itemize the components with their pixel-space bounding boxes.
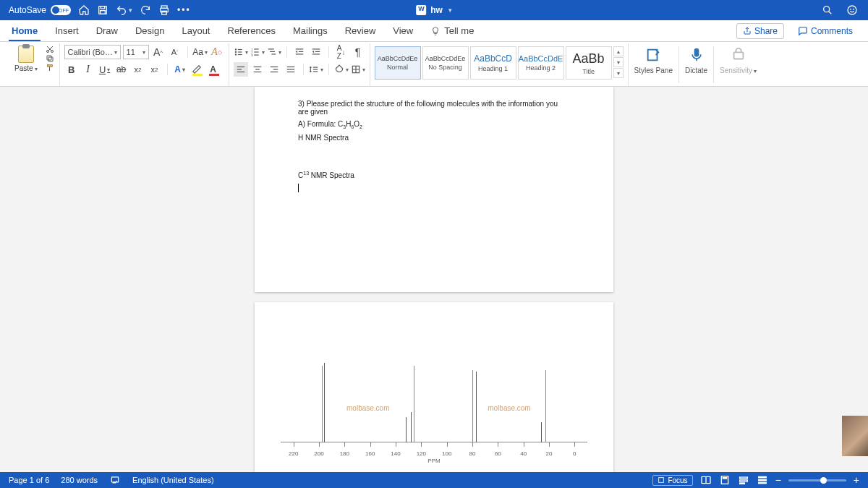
print-layout-icon[interactable]	[719, 474, 731, 486]
smiley-icon[interactable]	[846, 4, 858, 16]
decrease-indent-button[interactable]	[292, 45, 307, 59]
tab-design[interactable]: Design	[127, 20, 173, 41]
tab-draw[interactable]: Draw	[88, 20, 127, 41]
tab-references[interactable]: References	[219, 20, 284, 41]
svg-rect-16	[237, 49, 242, 50]
status-words[interactable]: 280 words	[61, 476, 98, 484]
svg-rect-61	[739, 480, 747, 481]
svg-rect-50	[312, 71, 317, 72]
zoom-out-button[interactable]: −	[775, 474, 781, 486]
style-heading-1[interactable]: AaBbCcDHeading 1	[470, 46, 516, 80]
superscript-button[interactable]: x2	[148, 62, 162, 77]
tab-view[interactable]: View	[384, 20, 422, 41]
borders-button[interactable]	[351, 62, 365, 77]
zoom-in-button[interactable]: +	[854, 474, 859, 486]
title-bar: AutoSave OFF ▾ ••• hw ▾	[0, 0, 868, 20]
svg-rect-28	[270, 51, 275, 52]
font-color-button[interactable]: A	[206, 62, 221, 77]
page-1[interactable]: 3) Please predict the structure of the f…	[255, 87, 613, 292]
shrink-font-icon[interactable]: Aˇ	[168, 45, 182, 59]
picture-in-picture[interactable]	[842, 416, 868, 456]
show-marks-button[interactable]: ¶	[351, 45, 365, 59]
dictate-button[interactable]: Dictate	[679, 43, 713, 86]
subscript-button[interactable]: x2	[131, 62, 145, 77]
svg-rect-53	[694, 49, 698, 56]
group-font: Calibri (Bo…▾ 11▾ A^ Aˇ Aa A◇ B I U ab x…	[60, 43, 229, 86]
tab-review[interactable]: Review	[336, 20, 385, 41]
search-icon[interactable]	[822, 4, 833, 16]
bold-button[interactable]: B	[64, 62, 79, 77]
comments-button[interactable]: Comments	[791, 23, 859, 39]
shading-button[interactable]	[334, 62, 349, 77]
home-icon[interactable]	[78, 4, 90, 16]
svg-rect-54	[733, 52, 743, 59]
sensitivity-icon	[731, 47, 746, 63]
share-button[interactable]: Share	[736, 23, 784, 39]
status-language[interactable]: English (United States)	[132, 476, 214, 484]
styles-pane-button[interactable]: Styles Pane	[629, 43, 678, 86]
nmr-chart: PPM 220200180160140120100806040200molbas…	[281, 337, 587, 460]
tab-home[interactable]: Home	[3, 20, 46, 41]
font-name-select[interactable]: Calibri (Bo…▾	[64, 45, 121, 59]
autosave-toggle[interactable]: AutoSave OFF	[9, 5, 71, 15]
svg-rect-46	[286, 69, 294, 69]
read-mode-icon[interactable]	[700, 474, 712, 486]
more-icon[interactable]: •••	[177, 5, 191, 15]
text-effects-button[interactable]: A	[173, 62, 187, 77]
document-canvas[interactable]: 3) Please predict the structure of the f…	[0, 87, 868, 472]
style-heading-2[interactable]: AaBbCcDdEHeading 2	[518, 46, 564, 80]
status-bar: Page 1 of 6 280 words English (United St…	[0, 472, 868, 488]
underline-button[interactable]: U	[98, 62, 112, 77]
page-2[interactable]: PPM 220200180160140120100806040200molbas…	[255, 302, 613, 472]
strikethrough-button[interactable]: ab	[114, 62, 129, 77]
word-app-icon	[416, 5, 426, 15]
change-case-button[interactable]: Aa	[193, 45, 208, 59]
italic-button[interactable]: I	[81, 62, 95, 77]
spellcheck-icon[interactable]	[109, 474, 121, 486]
bullets-button[interactable]	[234, 45, 248, 59]
format-painter-icon[interactable]	[45, 64, 55, 72]
focus-mode-button[interactable]: Focus	[652, 475, 692, 486]
print-icon[interactable]	[158, 4, 170, 16]
highlight-button[interactable]	[190, 62, 204, 77]
increase-indent-button[interactable]	[309, 45, 323, 59]
svg-rect-52	[648, 50, 658, 61]
align-right-button[interactable]	[267, 62, 281, 77]
style-no-spacing[interactable]: AaBbCcDdEeNo Spacing	[422, 46, 469, 80]
zoom-slider[interactable]	[788, 479, 846, 481]
sort-button[interactable]: AZ↓	[334, 45, 349, 59]
tab-mailings[interactable]: Mailings	[284, 20, 336, 41]
autosave-state: OFF	[59, 8, 69, 13]
grow-font-icon[interactable]: A^	[151, 45, 166, 59]
tab-insert[interactable]: Insert	[46, 20, 88, 41]
style-normal[interactable]: AaBbCcDdEeNormal	[375, 46, 421, 80]
align-center-button[interactable]	[250, 62, 265, 77]
text-cursor	[298, 184, 570, 194]
outline-icon[interactable]	[757, 474, 768, 486]
svg-rect-62	[739, 483, 744, 484]
numbering-button[interactable]: 123	[250, 45, 265, 59]
status-page[interactable]: Page 1 of 6	[9, 476, 49, 484]
web-layout-icon[interactable]	[738, 474, 749, 486]
align-left-button[interactable]	[234, 62, 248, 77]
clear-format-icon[interactable]: A◇	[210, 45, 224, 59]
copy-icon[interactable]	[45, 54, 55, 63]
font-size-select[interactable]: 11▾	[123, 45, 149, 59]
redo-icon[interactable]	[140, 4, 151, 16]
tab-layout[interactable]: Layout	[173, 20, 218, 41]
paste-button[interactable]: Paste	[10, 46, 42, 72]
svg-rect-22	[254, 48, 258, 49]
sensitivity-button[interactable]: Sensitivity	[714, 43, 762, 86]
line-spacing-button[interactable]	[309, 62, 323, 77]
undo-button[interactable]: ▾	[116, 4, 132, 16]
document-title[interactable]: hw ▾	[416, 5, 452, 15]
tell-me-search[interactable]: Tell me	[422, 20, 482, 41]
multilevel-button[interactable]	[267, 45, 281, 59]
style-title[interactable]: AaBbTitle	[566, 46, 612, 80]
svg-rect-32	[295, 53, 303, 54]
svg-rect-26	[254, 55, 258, 56]
styles-gallery-nav[interactable]: ▴▾▾	[613, 46, 624, 78]
cut-icon[interactable]	[45, 45, 55, 53]
justify-button[interactable]	[284, 62, 298, 77]
save-icon[interactable]	[97, 4, 109, 16]
